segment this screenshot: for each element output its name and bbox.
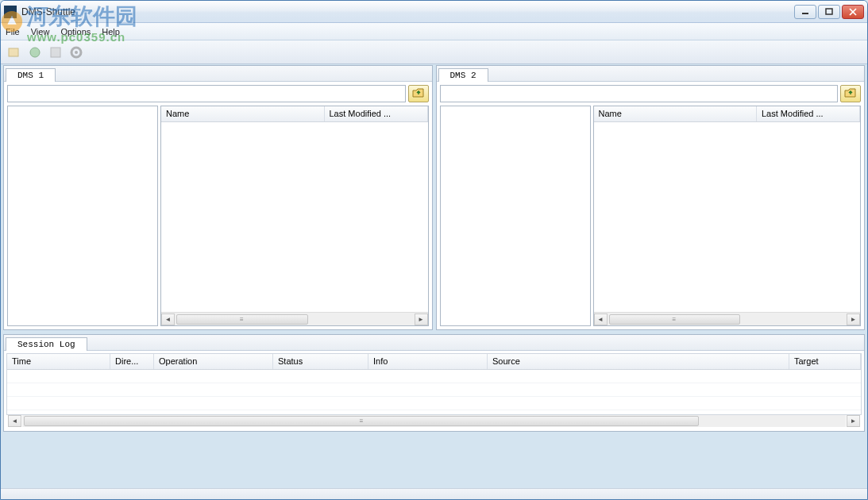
col-info[interactable]: Info [368, 354, 488, 369]
svg-rect-2 [826, 9, 832, 14]
list-body-left[interactable] [161, 122, 428, 312]
col-modified-left[interactable]: Last Modified ... [325, 106, 428, 121]
hscroll-right[interactable]: ◄ ≡ ► [594, 312, 861, 325]
maximize-button[interactable] [818, 5, 840, 19]
statusbar [1, 488, 867, 499]
table-row [7, 397, 861, 410]
scroll-left-arrow-icon[interactable]: ◄ [8, 415, 21, 427]
menu-file[interactable]: File [6, 27, 20, 37]
folder-up-icon [844, 87, 857, 100]
tree-pane-right[interactable] [440, 106, 591, 326]
col-name-right[interactable]: Name [594, 106, 758, 121]
hscroll-log[interactable]: ◄ ≡ ► [6, 415, 862, 429]
hscroll-left[interactable]: ◄ ≡ ► [161, 312, 428, 325]
list-body-right[interactable] [594, 122, 861, 312]
toolbar-icon-3[interactable] [47, 44, 64, 61]
menubar: File View Options Help [1, 23, 867, 40]
col-operation[interactable]: Operation [154, 354, 273, 369]
scroll-left-arrow-icon[interactable]: ◄ [594, 313, 608, 325]
scroll-right-arrow-icon[interactable]: ► [415, 313, 428, 325]
panel-dms-2: DMS 2 Name Last Modified ... [436, 65, 866, 330]
col-direction[interactable]: Dire... [110, 354, 154, 369]
app-icon [4, 6, 17, 18]
log-table: Time Dire... Operation Status Info Sourc… [6, 353, 862, 415]
scroll-left-arrow-icon[interactable]: ◄ [161, 313, 175, 325]
scroll-right-arrow-icon[interactable]: ► [847, 313, 860, 325]
col-source[interactable]: Source [488, 354, 789, 369]
scroll-thumb-right[interactable]: ≡ [609, 314, 741, 325]
panel-session-log: Session Log Time Dire... Operation Statu… [3, 334, 865, 432]
folder-up-icon [412, 87, 425, 100]
browse-button-right[interactable] [840, 85, 861, 102]
toolbar-icon-1[interactable] [6, 44, 23, 61]
browse-button-left[interactable] [408, 85, 429, 102]
path-input-right[interactable] [440, 85, 839, 102]
path-input-left[interactable] [7, 85, 406, 102]
tab-session-log[interactable]: Session Log [6, 337, 87, 351]
tab-dms-2[interactable]: DMS 2 [438, 68, 488, 82]
svg-point-9 [75, 51, 78, 54]
close-button[interactable] [842, 5, 864, 19]
scroll-thumb-left[interactable]: ≡ [176, 314, 308, 325]
col-time[interactable]: Time [7, 354, 110, 369]
tab-dms-1[interactable]: DMS 1 [6, 68, 56, 82]
svg-rect-5 [9, 48, 18, 56]
svg-point-6 [30, 48, 40, 57]
titlebar: DMS-Shuttle [1, 1, 867, 23]
list-header-right: Name Last Modified ... [594, 106, 861, 122]
col-target[interactable]: Target [789, 354, 861, 369]
toolbar [1, 40, 867, 64]
list-header-left: Name Last Modified ... [161, 106, 428, 122]
window-title: DMS-Shuttle [21, 6, 794, 17]
toolbar-icon-2[interactable] [26, 44, 44, 61]
menu-options[interactable]: Options [60, 27, 91, 37]
table-row [7, 370, 861, 383]
toolbar-icon-4[interactable] [68, 44, 85, 61]
log-header: Time Dire... Operation Status Info Sourc… [7, 354, 861, 370]
table-row [7, 383, 861, 397]
scroll-thumb-log[interactable]: ≡ [24, 416, 699, 426]
list-pane-right[interactable]: Name Last Modified ... ◄ ≡ ► [593, 106, 862, 326]
panel-dms-1: DMS 1 Name Last Modified ... [3, 65, 433, 330]
col-status[interactable]: Status [273, 354, 368, 369]
list-pane-left[interactable]: Name Last Modified ... ◄ ≡ ► [160, 106, 429, 326]
menu-view[interactable]: View [31, 27, 50, 37]
col-name-left[interactable]: Name [161, 106, 325, 121]
menu-help[interactable]: Help [102, 27, 120, 37]
scroll-right-arrow-icon[interactable]: ► [847, 415, 860, 427]
log-body[interactable] [7, 370, 861, 414]
minimize-button[interactable] [794, 5, 816, 19]
tree-pane-left[interactable] [7, 106, 158, 326]
col-modified-right[interactable]: Last Modified ... [757, 106, 860, 121]
svg-rect-7 [51, 48, 60, 57]
